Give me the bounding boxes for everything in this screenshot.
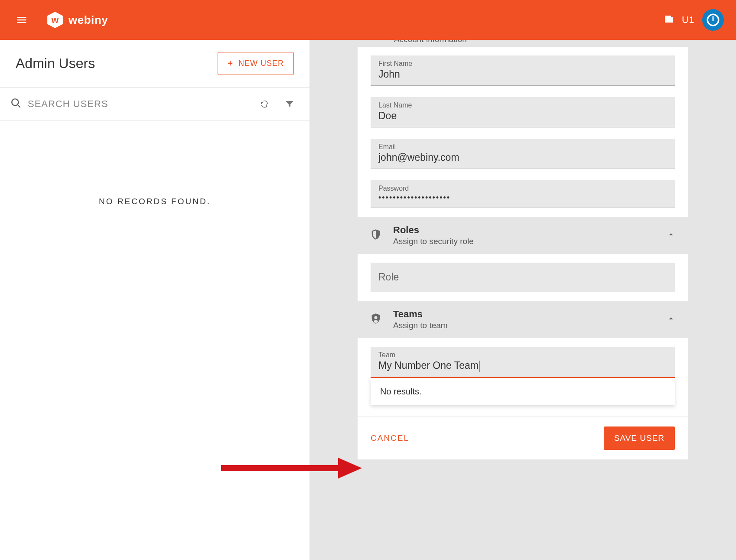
svg-rect-3 <box>713 16 714 21</box>
email-label: Email <box>378 143 667 151</box>
logo-icon: w <box>46 11 64 29</box>
badge-icon <box>370 313 382 326</box>
roles-body: Role <box>358 254 688 301</box>
left-panel-head: Admin Users + NEW USER <box>0 40 309 88</box>
refresh-button[interactable] <box>255 94 274 114</box>
menu-button[interactable] <box>12 10 31 29</box>
svg-text:w: w <box>51 15 59 25</box>
search-row <box>0 88 309 121</box>
section-roles-header[interactable]: Roles Assign to security role <box>358 217 688 254</box>
cancel-button[interactable]: CANCEL <box>371 433 409 443</box>
new-user-label: NEW USER <box>238 59 284 68</box>
chevron-up-icon <box>666 314 676 325</box>
section-teams-title: Teams <box>393 309 448 320</box>
tenant-label[interactable]: U1 <box>682 14 694 26</box>
chevron-up-icon <box>666 230 676 241</box>
page-title: Admin Users <box>16 55 95 72</box>
first-name-input[interactable] <box>378 68 667 80</box>
password-input[interactable] <box>378 193 667 202</box>
team-input[interactable]: My Number One Team <box>378 360 667 372</box>
form-footer: CANCEL SAVE USER <box>358 417 688 459</box>
no-results-text: No results. <box>380 387 422 396</box>
bio-body: First Name Last Name Email Password <box>358 47 688 217</box>
shield-icon <box>370 228 382 242</box>
new-user-button[interactable]: + NEW USER <box>218 52 294 75</box>
save-user-button[interactable]: SAVE USER <box>604 427 675 450</box>
teams-body: Team My Number One Team No results. <box>358 338 688 405</box>
svg-marker-5 <box>338 458 362 479</box>
section-teams-subtitle: Assign to team <box>393 321 448 330</box>
plus-icon: + <box>228 59 233 68</box>
brand-text: webiny <box>68 13 108 27</box>
search-input[interactable] <box>28 98 249 110</box>
header-right: U1 <box>664 9 724 31</box>
password-field[interactable]: Password <box>371 180 675 208</box>
team-label: Team <box>378 351 667 359</box>
team-field[interactable]: Team My Number One Team <box>371 347 675 378</box>
brand-logo: w webiny <box>46 11 108 29</box>
first-name-label: First Name <box>378 60 667 68</box>
left-panel: Admin Users + NEW USER NO RECORDS FOUND. <box>0 40 310 560</box>
team-dropdown-popup[interactable]: No results. <box>371 378 675 405</box>
empty-state: NO RECORDS FOUND. <box>0 121 309 206</box>
password-label: Password <box>378 185 667 192</box>
section-roles-title: Roles <box>393 225 474 236</box>
avatar[interactable] <box>702 9 724 31</box>
filter-button[interactable] <box>280 94 299 114</box>
tenant-icon[interactable] <box>664 14 674 26</box>
text-cursor <box>479 361 480 372</box>
email-field[interactable]: Email <box>371 139 675 169</box>
section-roles-subtitle: Assign to security role <box>393 237 474 246</box>
first-name-field[interactable]: First Name <box>371 55 675 86</box>
section-teams-header[interactable]: Teams Assign to team <box>358 301 688 338</box>
form-panel: Bio Account information First Name Last … <box>358 22 688 459</box>
search-icon <box>10 98 22 111</box>
app-header: w webiny U1 <box>0 0 736 40</box>
role-placeholder: Role <box>378 271 667 283</box>
last-name-label: Last Name <box>378 101 667 109</box>
last-name-field[interactable]: Last Name <box>371 97 675 127</box>
email-input[interactable] <box>378 152 667 163</box>
role-field[interactable]: Role <box>371 263 675 292</box>
last-name-input[interactable] <box>378 110 667 122</box>
